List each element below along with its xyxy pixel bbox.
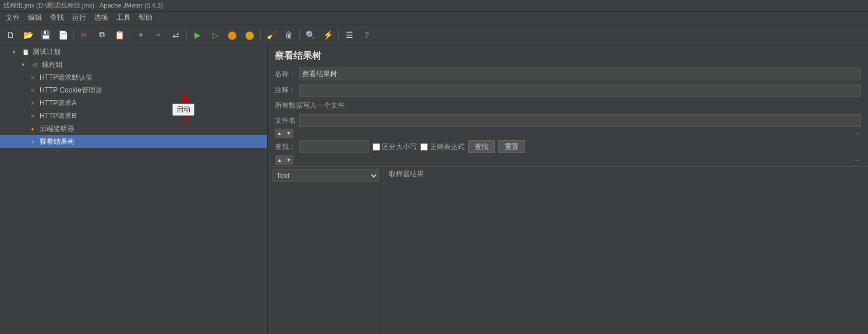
- menu-options[interactable]: 选项: [91, 12, 112, 24]
- run-button[interactable]: ▶: [189, 27, 206, 43]
- new-button[interactable]: 🗋: [2, 27, 19, 43]
- name-row: 名称：: [268, 66, 868, 82]
- search-input[interactable]: [299, 140, 369, 153]
- regex-checkbox-label[interactable]: 正则表达式: [420, 142, 465, 152]
- filename-input[interactable]: [299, 114, 861, 127]
- right-section: 取样器结果: [384, 167, 868, 334]
- left-section: Text HTML XML JSON: [268, 167, 384, 334]
- saveas-button[interactable]: 📄: [55, 27, 71, 43]
- add-button[interactable]: ＋: [133, 27, 149, 43]
- toolbar-separator-4: [260, 29, 261, 41]
- cut-button[interactable]: ✂: [76, 27, 93, 43]
- mini-up-btn-2[interactable]: ▲: [275, 155, 284, 165]
- title-text: 线程组.jmx (D:\测试\线程组.jmx) - Apache JMeter …: [3, 1, 163, 10]
- wrench-icon: ✕: [28, 111, 37, 120]
- tree-panel: ▼ 📋 测试计划 ▼ ⚙ 线程组 ✕ HTTP请求默认值 ✕ HTTP Cook…: [0, 45, 268, 334]
- tree-item-backend-listener[interactable]: ♦ 后端监听器: [0, 122, 267, 135]
- regex-checkbox[interactable]: [420, 143, 428, 151]
- search-label: 查找：: [275, 142, 296, 152]
- file-row: 文件名: [268, 113, 868, 128]
- wrench-icon: ✕: [28, 86, 37, 95]
- case-sensitive-checkbox[interactable]: [373, 143, 380, 151]
- dots-menu-1[interactable]: ···: [852, 129, 861, 138]
- case-sensitive-checkbox-label[interactable]: 区分大小写: [373, 142, 417, 152]
- wand-button[interactable]: ⚡: [320, 27, 336, 43]
- dots-menu-2[interactable]: ···: [852, 155, 861, 165]
- menu-help[interactable]: 帮助: [135, 12, 156, 24]
- menu-edit[interactable]: 编辑: [24, 12, 45, 24]
- bottom-area: Text HTML XML JSON 取样器结果: [268, 166, 868, 334]
- wrench-icon: ✕: [28, 73, 37, 82]
- mini-up-btn[interactable]: ▲: [275, 129, 284, 138]
- listener-icon: ♦: [28, 137, 37, 146]
- menu-run[interactable]: 运行: [69, 12, 90, 24]
- tree-label: 线程组: [42, 60, 63, 70]
- all-data-label: 所有数据写入一个文件: [268, 98, 868, 113]
- tree-item-test-plan[interactable]: ▼ 📋 测试计划: [0, 45, 267, 58]
- tree-item-thread-group[interactable]: ▼ ⚙ 线程组: [0, 58, 267, 71]
- gear-icon: ⚙: [30, 60, 40, 69]
- expand-icon: ▼: [9, 47, 19, 56]
- navigate-button[interactable]: ⇄: [168, 27, 184, 43]
- tree-label: 察看结果树: [40, 137, 75, 147]
- toolbar-separator-2: [130, 29, 130, 41]
- mini-toolbar-row-2: ▲ ▼ ···: [268, 155, 868, 165]
- main-layout: ▼ 📋 测试计划 ▼ ⚙ 线程组 ✕ HTTP请求默认值 ✕ HTTP Cook…: [0, 45, 868, 334]
- toolbar: 🗋 📂 💾 📄 ✂ ⧉ 📋 ＋ － ⇄ ▶ ▷ ⬤ ⬤ 🧹 🗑 🔍 ⚡ ☰ ?: [0, 24, 868, 45]
- menu-bar: 文件 编辑 查找 运行 选项 工具 帮助: [0, 12, 868, 24]
- tree-item-http-b[interactable]: ✕ HTTP请求B: [0, 109, 267, 122]
- clearall-button[interactable]: 🗑: [281, 27, 297, 43]
- tree-item-http-cookie[interactable]: ✕ HTTP Cookie管理器: [0, 84, 267, 97]
- tree-item-result-tree[interactable]: ♦ 察看结果树: [0, 135, 267, 148]
- tree-label: HTTP Cookie管理器: [40, 86, 102, 95]
- toolbar-separator-3: [186, 29, 187, 41]
- menu-find[interactable]: 查找: [47, 12, 68, 24]
- filename-label: 文件名: [275, 116, 296, 126]
- test-plan-icon: 📋: [21, 47, 30, 56]
- tree-label: HTTP请求默认值: [40, 73, 93, 83]
- right-panel: 察看结果树 名称： 注释： 所有数据写入一个文件 文件名 ▲ ▼ ··· 查找：: [268, 45, 868, 334]
- format-dropdown[interactable]: Text HTML XML JSON: [272, 169, 379, 182]
- mini-down-btn-2[interactable]: ▼: [284, 155, 293, 165]
- tree-item-http-defaults[interactable]: ✕ HTTP请求默认值: [0, 71, 267, 84]
- tree-label: HTTP请求B: [40, 111, 76, 121]
- tree-label: 后端监听器: [40, 124, 75, 134]
- find-button[interactable]: 查找: [468, 140, 495, 153]
- remove-button[interactable]: －: [150, 27, 166, 43]
- tree-label: HTTP请求A: [40, 98, 76, 108]
- menu-file[interactable]: 文件: [2, 12, 23, 24]
- clear-button[interactable]: 🧹: [263, 27, 279, 43]
- paste-button[interactable]: 📋: [111, 27, 127, 43]
- name-label: 名称：: [275, 69, 296, 79]
- wrench-icon: ✕: [28, 98, 37, 108]
- tree-label: 测试计划: [33, 47, 61, 57]
- dropdown-row: Text HTML XML JSON: [268, 167, 384, 184]
- tree-item-http-a[interactable]: ✕ HTTP请求A: [0, 97, 267, 109]
- expand-icon: ▼: [19, 60, 28, 69]
- save-button[interactable]: 💾: [37, 27, 54, 43]
- copy-button[interactable]: ⧉: [94, 27, 110, 43]
- stop-button[interactable]: ⬤: [224, 27, 240, 43]
- result-area: 取样器结果: [384, 167, 868, 334]
- stop-all-button[interactable]: ⬤: [242, 27, 258, 43]
- toolbar-separator-6: [338, 29, 339, 41]
- run-no-pause-button[interactable]: ▷: [207, 27, 223, 43]
- result-label: 取样器结果: [389, 170, 424, 178]
- reset-button[interactable]: 重置: [498, 140, 525, 153]
- title-bar: 线程组.jmx (D:\测试\线程组.jmx) - Apache JMeter …: [0, 0, 868, 12]
- help-button[interactable]: ?: [359, 27, 375, 43]
- menu-tools[interactable]: 工具: [113, 12, 134, 24]
- open-button[interactable]: 📂: [20, 27, 36, 43]
- comment-label: 注释：: [275, 86, 296, 95]
- listener-icon: ♦: [28, 124, 37, 133]
- mini-toolbar-row-1: ▲ ▼ ···: [268, 128, 868, 138]
- list-button[interactable]: ☰: [341, 27, 357, 43]
- panel-title: 察看结果树: [268, 45, 868, 66]
- name-input[interactable]: [299, 67, 861, 80]
- toolbar-separator-1: [73, 29, 74, 41]
- binoculars-button[interactable]: 🔍: [302, 27, 318, 43]
- comment-row: 注释：: [268, 82, 868, 98]
- comment-input[interactable]: [299, 84, 861, 97]
- toolbar-separator-5: [299, 29, 300, 41]
- mini-down-btn[interactable]: ▼: [284, 129, 293, 138]
